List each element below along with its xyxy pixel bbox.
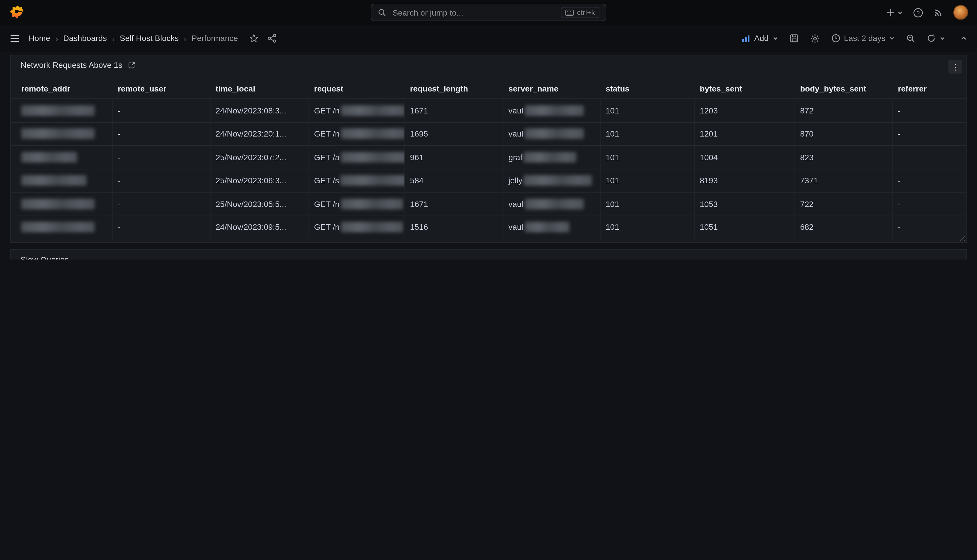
cell-request: GET /n (309, 193, 405, 215)
cell-status: 101 (601, 169, 695, 192)
cell-bytes-sent: 1051 (695, 216, 795, 239)
time-range-label: Last 2 days (844, 34, 885, 43)
column-header-status[interactable]: status (601, 79, 695, 98)
panel-title[interactable]: Network Requests Above 1s (20, 60, 122, 69)
cell-request-length: 1516 (405, 216, 504, 239)
network-table-body: -24/Nov/2023:08:3...GET /n1671vaul101120… (11, 98, 967, 239)
cell-remote-user: - (113, 99, 211, 122)
cell-referrer: - (893, 99, 967, 122)
cell-time-local: 24/Nov/2023:08:3... (210, 99, 309, 122)
cell-status: 101 (601, 146, 695, 168)
cell-remote-user: - (113, 169, 211, 192)
redacted-text (21, 222, 95, 233)
cell-request: GET /n (309, 216, 405, 239)
breadcrumb-separator-icon: › (55, 33, 58, 43)
column-header-bytes_sent[interactable]: bytes_sent (695, 79, 795, 98)
redacted-text (525, 222, 569, 233)
breadcrumb-separator-icon: › (183, 33, 187, 43)
share-button[interactable] (267, 34, 277, 43)
grafana-logo[interactable] (9, 4, 25, 20)
redacted-text (21, 152, 77, 163)
add-button-label: Add (754, 34, 769, 43)
server-name-prefix: vaul (509, 129, 523, 138)
chevron-down-icon (940, 35, 945, 41)
breadcrumb-item[interactable]: Dashboards (63, 34, 107, 43)
column-header-remote_user[interactable]: remote_user (113, 79, 211, 98)
redacted-text (21, 105, 95, 116)
request-prefix: GET /n (314, 223, 340, 232)
table-row: -25/Nov/2023:07:2...GET /a961graf1011004… (11, 145, 967, 168)
table-row: -24/Nov/2023:20:1...GET /n1695vaul101120… (11, 122, 967, 145)
cell-status: 101 (601, 216, 695, 239)
search-text-field[interactable] (391, 7, 556, 18)
save-dashboard-button[interactable] (789, 34, 798, 43)
redacted-text (525, 128, 584, 139)
help-button[interactable]: ? (913, 7, 924, 18)
column-header-server_name[interactable]: server_name (504, 79, 601, 98)
breadcrumb-actions (249, 34, 277, 43)
external-link-icon[interactable] (128, 61, 136, 69)
request-prefix: GET /n (314, 106, 340, 115)
breadcrumb-item[interactable]: Home (28, 34, 50, 43)
cell-body-bytes-sent: 870 (795, 122, 893, 145)
cell-request-length: 1695 (405, 122, 504, 145)
server-name-prefix: vaul (509, 106, 523, 115)
panel-menu-button[interactable]: ⋮ (949, 60, 962, 73)
zoom-out-button[interactable] (906, 34, 915, 43)
avatar[interactable] (953, 5, 968, 20)
column-header-body_bytes_sent[interactable]: body_bytes_sent (795, 79, 893, 98)
dashboard-settings-button[interactable] (810, 33, 820, 43)
cell-time-local: 24/Nov/2023:09:5... (210, 216, 309, 239)
redacted-text (524, 175, 592, 186)
column-header-request[interactable]: request (309, 79, 405, 98)
redacted-text (524, 152, 577, 163)
global-search: ctrl+k (371, 4, 606, 21)
refresh-icon (927, 34, 936, 43)
breadcrumb-item: Performance (192, 34, 238, 43)
cell-remote-user: - (113, 122, 211, 145)
cell-time-local: 24/Nov/2023:20:1... (210, 122, 309, 145)
column-header-remote_addr[interactable]: remote_addr (16, 79, 113, 98)
cell-referrer: - (893, 216, 967, 239)
time-range-picker[interactable]: Last 2 days (831, 34, 895, 43)
cell-server-name: vaul (504, 99, 601, 122)
add-button[interactable]: Add (742, 34, 778, 43)
news-icon (934, 8, 944, 18)
redacted-text (525, 105, 584, 116)
cell-server-name: jelly (504, 169, 601, 192)
keyboard-icon (565, 9, 574, 16)
search-icon (378, 8, 386, 17)
table-row: -24/Nov/2023:09:5...GET /n1516vaul101105… (11, 215, 967, 239)
cell-request: GET /s (309, 169, 405, 192)
collapse-toolbar-button[interactable] (960, 35, 967, 42)
search-input[interactable]: ctrl+k (371, 4, 606, 21)
favorite-button[interactable] (249, 34, 258, 43)
network-table-header: remote_addrremote_usertime_localrequestr… (11, 79, 967, 98)
panel-header: Network Requests Above 1s (11, 55, 967, 74)
add-panel-icon (742, 34, 750, 43)
news-button[interactable] (934, 8, 944, 18)
chevron-down-icon (897, 10, 903, 15)
refresh-button[interactable] (927, 34, 945, 43)
cell-server-name: vaul (504, 216, 601, 239)
cell-referrer: - (893, 169, 967, 192)
column-header-time_local[interactable]: time_local (210, 79, 309, 98)
cell-referrer: - (893, 193, 967, 215)
toolbar-right: Add Last 2 days (742, 33, 967, 43)
server-name-prefix: jelly (509, 176, 522, 185)
column-header-referrer[interactable]: referrer (893, 79, 967, 98)
column-header-request_length[interactable]: request_length (405, 79, 504, 98)
menu-toggle-button[interactable] (10, 34, 20, 43)
share-icon (267, 34, 277, 43)
cell-remote-user: - (113, 193, 211, 215)
cell-referrer: - (893, 122, 967, 145)
new-button[interactable] (886, 8, 903, 17)
cell-bytes-sent: 1004 (695, 146, 795, 168)
server-name-prefix: vaul (509, 199, 523, 208)
breadcrumb-item[interactable]: Self Host Blocks (120, 34, 179, 43)
panel-network-requests: Network Requests Above 1s ⋮ remote_addrr… (10, 55, 967, 243)
cell-bytes-sent: 1201 (695, 122, 795, 145)
cell-status: 101 (601, 99, 695, 122)
redacted-text (341, 105, 405, 116)
redacted-text (340, 175, 405, 186)
